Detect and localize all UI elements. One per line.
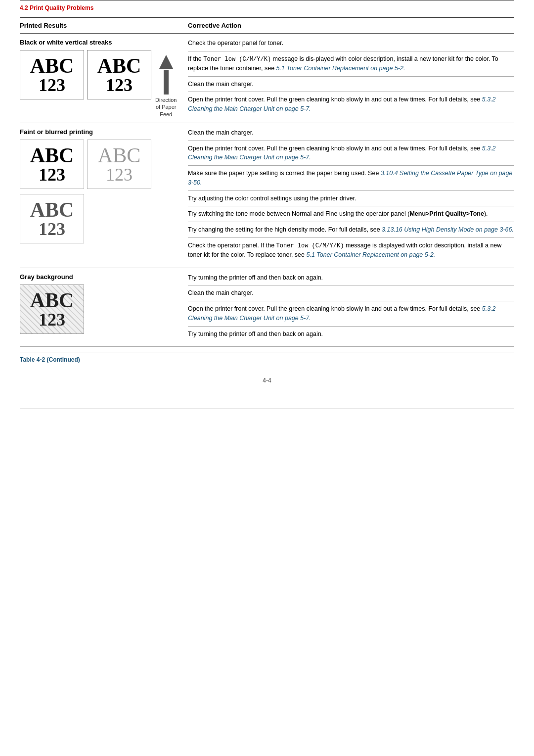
row-label-faint: Faint or blurred printing (20, 128, 178, 136)
abc-letter-gray: ABC (30, 290, 74, 311)
abc-box-faint-light: ABC 123 (87, 140, 151, 189)
row-label-streaks: Black or white vertical streaks (20, 39, 178, 46)
page-number: 4-4 (0, 367, 534, 389)
abc-number-single: 123 (39, 220, 65, 238)
printed-col-streaks: Black or white vertical streaks ABC 123 … (20, 39, 188, 118)
abc-letter-single: ABC (30, 199, 74, 220)
corrective-item-fb-1: Clean the main charger. (188, 128, 514, 138)
table-caption: Table 4-2 (Continued) (0, 352, 534, 367)
divider (188, 76, 514, 77)
corrective-col-streaks: Check the operator panel for toner. If t… (188, 39, 514, 118)
link-cassette-paper[interactable]: 3.10.4 Setting the Cassette Paper Type o… (188, 170, 512, 186)
corrective-item-fb-6: Try changing the setting for the high de… (188, 225, 514, 235)
corrective-item-fb-7: Check the operator panel. If the Toner l… (188, 241, 514, 260)
arrow-shaft (164, 70, 169, 94)
faint-single-box: ABC 123 (20, 194, 178, 243)
direction-arrow: Directionof PaperFeed (155, 55, 177, 118)
corrective-item-fb-3: Make sure the paper type setting is corr… (188, 169, 514, 188)
row-black-white-streaks: Black or white vertical streaks ABC 123 … (20, 34, 514, 123)
corrective-item-fb-4: Try adjusting the color control settings… (188, 194, 514, 203)
divider (188, 326, 514, 327)
link-cleaning-charger-3[interactable]: 5.3.2 Cleaning the Main Charger Unit on … (188, 305, 496, 322)
printed-col-gray: Gray background ABC 123 (20, 273, 188, 342)
abc-letter-faint-1: ABC (30, 145, 74, 166)
link-cleaning-charger-2[interactable]: 5.3.2 Cleaning the Main Charger Unit on … (188, 145, 496, 161)
link-toner-replacement-2[interactable]: 5.1 Toner Container Replacement on page … (307, 251, 436, 258)
main-content: Printed Results Corrective Action Black … (0, 17, 534, 347)
corrective-col-gray: Try turning the printer off and then bac… (188, 273, 514, 342)
abc-letter-bold: ABC (30, 55, 74, 76)
section-header: 4.2 Print Quality Problems (0, 0, 534, 17)
col-header-printed: Printed Results (20, 22, 188, 29)
arrow-up-icon (159, 55, 173, 69)
abc-box-faint-bold: ABC 123 (20, 140, 84, 189)
divider (188, 285, 514, 285)
divider (188, 141, 514, 141)
divider (188, 92, 514, 92)
mono-toner-low-2: Toner low (C/M/Y/K) (276, 242, 344, 249)
corrective-item-gb-1: Try turning the printer off and then bac… (188, 273, 514, 283)
link-toner-replacement[interactable]: 5.1 Toner Container Replacement on page … (276, 65, 405, 72)
divider (188, 206, 514, 206)
page-container: 4.2 Print Quality Problems Printed Resul… (0, 0, 534, 756)
corrective-item-gb-2: Clean the main charger. (188, 288, 514, 298)
corrective-item-bws-1: Check the operator panel for toner. (188, 39, 514, 48)
abc-letter-light: ABC (97, 55, 141, 76)
direction-label: Directionof PaperFeed (155, 96, 177, 118)
corrective-item-bws-4: Open the printer front cover. Pull the g… (188, 95, 514, 114)
menu-path: Menu>Print Quality>Tone (409, 210, 484, 217)
row-faint-blurred: Faint or blurred printing ABC 123 ABC 12… (20, 123, 514, 268)
images-row-streaks: ABC 123 ABC 123 Directionof PaperFee (20, 50, 178, 118)
printed-col-faint: Faint or blurred printing ABC 123 ABC 12… (20, 128, 188, 263)
corrective-item-gb-3: Open the printer front cover. Pull the g… (188, 304, 514, 323)
col-header-corrective: Corrective Action (188, 22, 514, 29)
abc-box-gray: ABC 123 (20, 284, 84, 334)
divider (188, 190, 514, 191)
abc-letter-faint-2: ABC (98, 145, 140, 166)
abc-number-light: 123 (106, 76, 133, 94)
corrective-item-bws-3: Clean the main charger. (188, 80, 514, 89)
corrective-item-gb-4: Try turning the printer off and then bac… (188, 330, 514, 339)
corrective-item-bws-2: If the Toner low (C/M/Y/K) message is di… (188, 54, 514, 73)
corrective-col-faint: Clean the main charger. Open the printer… (188, 128, 514, 263)
abc-box-bold-streaks: ABC 123 (20, 50, 84, 99)
abc-box-light-streaks: ABC 123 (87, 50, 151, 99)
divider (188, 301, 514, 301)
mono-toner-low: Toner low (C/M/Y/K) (203, 56, 271, 63)
abc-number-bold: 123 (39, 76, 65, 94)
divider (188, 51, 514, 51)
bottom-page-rule (20, 409, 514, 409)
row-gray-background: Gray background ABC 123 Try turning the … (20, 268, 514, 347)
abc-number-faint-1: 123 (39, 166, 65, 184)
divider (188, 237, 514, 238)
abc-number-faint-2: 123 (106, 166, 133, 184)
corrective-item-fb-5: Try switching the tone mode between Norm… (188, 209, 514, 219)
abc-number-gray: 123 (39, 311, 65, 329)
table-wrapper: Printed Results Corrective Action Black … (20, 17, 514, 347)
link-cleaning-charger-1[interactable]: 5.3.2 Cleaning the Main Charger Unit on … (188, 96, 496, 112)
divider (188, 222, 514, 222)
divider (188, 165, 514, 166)
link-high-density[interactable]: 3.13.16 Using High Density Mode on page … (382, 226, 514, 233)
corrective-item-fb-2: Open the printer front cover. Pull the g… (188, 144, 514, 163)
abc-box-faint-single: ABC 123 (20, 194, 84, 243)
faint-boxes-row1: ABC 123 ABC 123 (20, 140, 178, 189)
row-label-gray: Gray background (20, 273, 178, 281)
column-headers: Printed Results Corrective Action (20, 18, 514, 34)
